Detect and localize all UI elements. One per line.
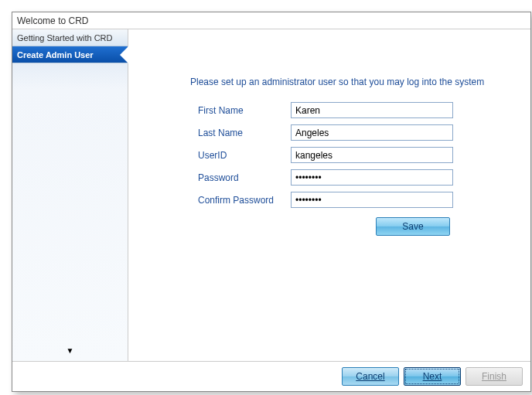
label-password: Password <box>198 172 291 183</box>
label-last-name: Last Name <box>198 128 291 138</box>
sidebar: Getting Started with CRD Create Admin Us… <box>12 29 128 361</box>
row-confirm-password: Confirm Password <box>198 192 512 208</box>
cancel-button[interactable]: Cancel <box>342 367 399 386</box>
wizard-window: Welcome to CRD Getting Started with CRD … <box>12 12 531 392</box>
sidebar-item-getting-started[interactable]: Getting Started with CRD <box>12 29 128 46</box>
row-password: Password <box>198 169 512 186</box>
footer: Cancel Next Finish <box>12 362 530 391</box>
instruction-text: Please set up an administrator user so t… <box>190 76 500 88</box>
label-confirm-password: Confirm Password <box>198 195 291 206</box>
spacer <box>198 217 291 236</box>
first-name-input[interactable] <box>291 102 453 118</box>
finish-button: Finish <box>466 367 523 386</box>
user-id-input[interactable] <box>291 147 453 163</box>
window-title: Welcome to CRD <box>12 12 530 29</box>
sidebar-item-label: Create Admin User <box>17 50 94 60</box>
chevron-down-icon[interactable]: ▼ <box>12 343 128 361</box>
label-first-name: First Name <box>198 105 291 116</box>
password-input[interactable] <box>291 169 453 186</box>
sidebar-item-label: Getting Started with CRD <box>17 33 113 43</box>
label-user-id: UserID <box>198 150 291 161</box>
last-name-input[interactable] <box>291 124 453 141</box>
next-button[interactable]: Next <box>404 367 461 386</box>
save-row: Save <box>198 217 512 236</box>
window-body: Getting Started with CRD Create Admin Us… <box>12 29 530 362</box>
row-first-name: First Name <box>198 102 512 118</box>
confirm-password-input[interactable] <box>291 192 453 208</box>
sidebar-spacer <box>12 63 128 343</box>
row-last-name: Last Name <box>198 124 512 141</box>
save-button[interactable]: Save <box>376 217 450 236</box>
main-panel: Please set up an administrator user so t… <box>128 29 530 361</box>
row-user-id: UserID <box>198 147 512 163</box>
sidebar-item-create-admin-user[interactable]: Create Admin User <box>12 46 128 63</box>
